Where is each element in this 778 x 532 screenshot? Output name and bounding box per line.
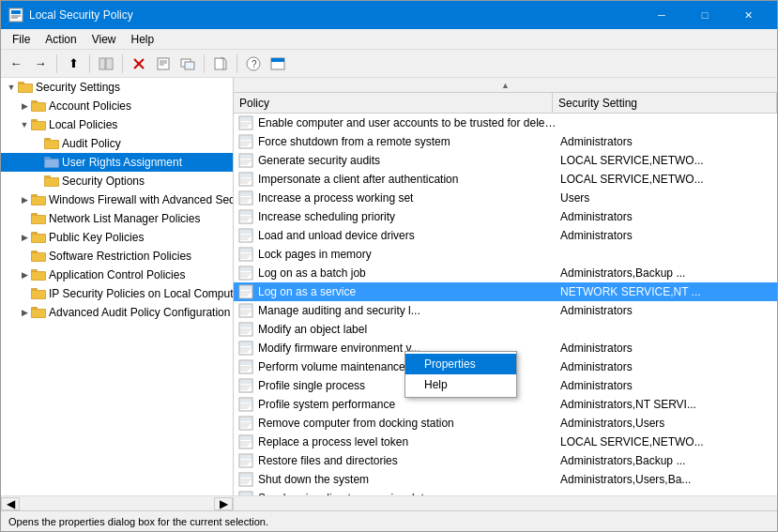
tree-item-account-policies[interactable]: ▶ Account Policies	[1, 97, 233, 115]
list-item[interactable]: Log on as a batch jobAdministrators,Back…	[234, 264, 777, 282]
svg-rect-74	[240, 174, 252, 177]
policy-item-icon	[237, 490, 254, 495]
policy-name: Shut down the system	[258, 473, 560, 486]
security-setting: LOCAL SERVICE,NETWO...	[560, 154, 777, 167]
list-item[interactable]: Increase scheduling priorityAdministrato…	[234, 207, 777, 226]
list-item[interactable]: Profile system performanceAdministrators…	[234, 395, 777, 414]
list-item[interactable]: Impersonate a client after authenticatio…	[234, 170, 777, 189]
list-item[interactable]: Manage auditing and security l...Adminis…	[234, 301, 777, 320]
list-item[interactable]: Synchronize directory service data	[234, 489, 777, 495]
hscroll-right-btn[interactable]: ▶	[214, 497, 233, 510]
expand-icon-aa: ▶	[18, 306, 31, 319]
hscroll-left-btn[interactable]: ◀	[1, 497, 20, 510]
list-area[interactable]: Enable computer and user accounts to be …	[234, 114, 777, 495]
main-window: Local Security Policy ─ □ ✕ File Action …	[0, 0, 778, 532]
policy-item-icon	[237, 208, 254, 225]
toolbar-separator-5	[236, 54, 237, 73]
policy-name: Log on as a service	[258, 285, 560, 298]
left-hscroll[interactable]: ◀ ▶	[1, 497, 234, 510]
svg-rect-149	[240, 455, 252, 459]
svg-rect-30	[45, 141, 58, 148]
tree-item-software-restriction[interactable]: ▶ Software Restriction Policies	[1, 247, 233, 266]
tree-item-public-key[interactable]: ▶ Public Key Policies	[1, 228, 233, 247]
policy-item-icon	[237, 452, 254, 469]
console-view[interactable]	[267, 53, 289, 75]
policy-item-icon	[237, 190, 254, 206]
list-item[interactable]: Remove computer from docking stationAdmi…	[234, 414, 777, 433]
export-list[interactable]	[209, 53, 232, 75]
list-item[interactable]: Log on as a serviceNETWORK SERVICE,NT ..…	[234, 282, 777, 301]
window-controls: ─ □ ✕	[640, 1, 770, 29]
list-item[interactable]: Restore files and directoriesAdministrat…	[234, 451, 777, 470]
new-window[interactable]	[176, 53, 199, 75]
tree-item-local-policies[interactable]: ▼ Local Policies	[1, 115, 233, 134]
list-item[interactable]: Enable computer and user accounts to be …	[234, 114, 777, 132]
policy-item-icon	[237, 433, 254, 450]
menu-view[interactable]: View	[84, 31, 124, 48]
column-header-security[interactable]: Security Setting	[553, 93, 777, 113]
tree-item-app-control[interactable]: ▶ Application Control Policies	[1, 266, 233, 284]
tree-label-advanced-audit: Advanced Audit Policy Configuration	[49, 306, 230, 319]
policy-item-icon	[237, 152, 254, 169]
svg-rect-64	[240, 136, 252, 140]
expand-icon: ▼	[5, 81, 18, 94]
svg-rect-48	[32, 253, 45, 261]
context-menu-help[interactable]: Help	[405, 374, 516, 395]
svg-rect-36	[45, 178, 58, 186]
list-item[interactable]: Modify an object label	[234, 320, 777, 339]
tree-item-network-list[interactable]: ▶ Network List Manager Policies	[1, 209, 233, 228]
policy-name: Increase scheduling priority	[258, 210, 560, 223]
tree-item-security-options[interactable]: ▶ Security Options	[1, 172, 233, 190]
policy-name: Load and unload device drivers	[258, 229, 560, 242]
svg-rect-134	[240, 399, 252, 403]
column-header-policy[interactable]: Policy	[234, 93, 553, 113]
security-setting: LOCAL SERVICE,NETWO...	[560, 173, 777, 186]
minimize-button[interactable]: ─	[640, 1, 683, 29]
policy-item-icon	[237, 171, 254, 188]
toolbar-separator-1	[56, 54, 57, 73]
svg-rect-27	[32, 122, 45, 129]
app-icon	[8, 8, 23, 23]
menu-action[interactable]: Action	[38, 31, 84, 48]
policy-name: Manage auditing and security l...	[258, 304, 560, 317]
svg-rect-94	[240, 249, 252, 252]
delete-button[interactable]	[128, 53, 150, 75]
tree-item-security-settings[interactable]: ▼ Security Settings	[1, 78, 233, 97]
context-menu: Properties Help	[404, 351, 517, 398]
list-item[interactable]: Replace a process level tokenLOCAL SERVI…	[234, 433, 777, 451]
security-setting: Administrators,Users	[560, 417, 777, 430]
forward-button[interactable]: →	[29, 53, 52, 75]
list-item[interactable]: Load and unload device driversAdministra…	[234, 226, 777, 245]
back-button[interactable]: ←	[5, 53, 27, 75]
policy-name: Remove computer from docking station	[258, 417, 560, 430]
properties-button[interactable]	[152, 53, 175, 75]
list-item[interactable]: Shut down the systemAdministrators,Users…	[234, 470, 777, 489]
svg-rect-69	[240, 155, 252, 159]
list-item[interactable]: Increase a process working setUsers	[234, 189, 777, 207]
context-menu-properties[interactable]: Properties	[405, 354, 516, 374]
tree-item-ip-security[interactable]: ▶ IP Security Policies on Local Compute.…	[1, 284, 233, 303]
tree-label-local-policies: Local Policies	[49, 118, 117, 131]
show-hide-tree[interactable]	[95, 53, 117, 75]
menu-file[interactable]: File	[5, 31, 38, 48]
security-setting: Administrators	[560, 135, 777, 148]
list-item[interactable]: Generate security auditsLOCAL SERVICE,NE…	[234, 151, 777, 170]
policy-item-icon	[237, 321, 254, 338]
tree-item-advanced-audit[interactable]: ▶ Advanced Audit Policy Configuration	[1, 303, 233, 322]
list-item[interactable]: Force shutdown from a remote systemAdmin…	[234, 132, 777, 151]
svg-text:?: ?	[252, 59, 257, 69]
menu-help[interactable]: Help	[124, 31, 162, 48]
maximize-button[interactable]: □	[683, 1, 726, 29]
help-button[interactable]: ?	[242, 53, 265, 75]
tree-item-audit-policy[interactable]: ▶ Audit Policy	[1, 134, 233, 153]
tree-item-windows-firewall[interactable]: ▶ Windows Firewall with Advanced Secu...	[1, 190, 233, 209]
svg-rect-21	[19, 84, 32, 92]
list-item[interactable]: Lock pages in memory	[234, 245, 777, 264]
svg-rect-24	[32, 103, 45, 111]
policy-name: Generate security audits	[258, 154, 560, 167]
security-setting: Administrators	[560, 210, 777, 223]
svg-rect-18	[271, 58, 284, 62]
up-button[interactable]: ⬆	[62, 53, 84, 75]
tree-item-user-rights[interactable]: ▶ User Rights Assignment	[1, 153, 233, 172]
close-button[interactable]: ✕	[726, 1, 770, 29]
